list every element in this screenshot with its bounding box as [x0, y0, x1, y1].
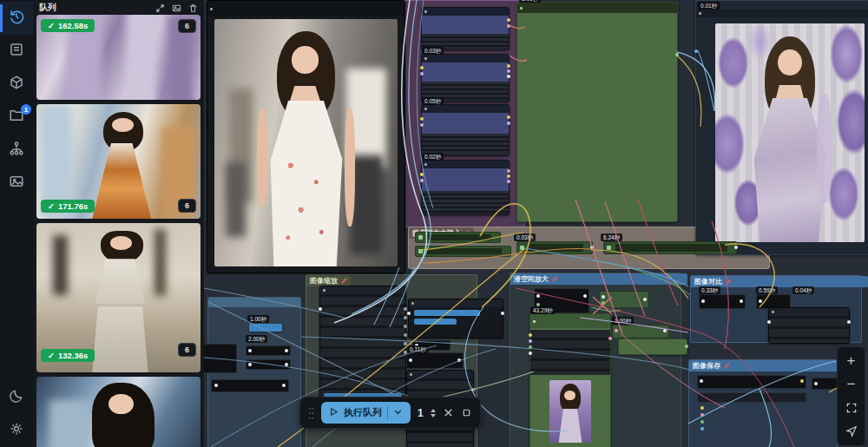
- theme-moon-icon: [9, 388, 24, 407]
- compare-node-1[interactable]: [699, 294, 746, 309]
- settings-gear-icon: [9, 421, 24, 440]
- queue-panel: 队列 ✓ 162.58s 6: [33, 0, 204, 447]
- conditioning-node-1[interactable]: [421, 7, 510, 50]
- node-time-tag: 0.02秒: [422, 153, 444, 161]
- preview-node-wisteria[interactable]: 0.01秒: [695, 0, 868, 255]
- fit-view-button[interactable]: [841, 398, 862, 418]
- batch-count-value[interactable]: 1: [418, 407, 424, 419]
- check-icon: ✓: [48, 351, 55, 360]
- node-graph-canvas[interactable]: 提示词文本输入 图像缩放 潜空间放大 图像对比 图像保存: [204, 0, 868, 447]
- group-blue-bottom-right[interactable]: 图像保存: [688, 359, 838, 447]
- queue-batch-badge: 6: [178, 19, 196, 33]
- gallery-icon: [9, 174, 24, 193]
- queue-duration-badge: ✓ 132.36s: [41, 349, 95, 362]
- small-node-edge[interactable]: [204, 344, 237, 373]
- queue-batch-badge: 6: [178, 343, 196, 357]
- stepper-down-icon[interactable]: [431, 414, 436, 417]
- toolbar-drag-handle[interactable]: [308, 406, 314, 420]
- save-node-3[interactable]: [697, 392, 806, 403]
- scale-node[interactable]: [612, 325, 669, 339]
- edit-pencil-icon[interactable]: [723, 363, 730, 370]
- ksampler-preview-thumb: [549, 380, 591, 443]
- sidebar-item-gallery[interactable]: [0, 167, 33, 200]
- node-time-tag: 2.00秒: [246, 335, 267, 343]
- edit-pencil-icon[interactable]: [551, 276, 558, 283]
- queue-title: 队列: [39, 2, 148, 14]
- prompt-text-node-2[interactable]: [415, 246, 511, 257]
- sidebar-item-workflows[interactable]: 1: [0, 101, 33, 134]
- queue-batch-badge: 6: [178, 199, 196, 213]
- cancel-run-icon[interactable]: [443, 407, 454, 418]
- check-icon: ✓: [48, 201, 55, 211]
- sidebar-item-node-map[interactable]: [0, 134, 33, 167]
- node-time-tag: 6.24秒: [601, 233, 622, 241]
- ksampler-node[interactable]: 43.29秒: [529, 313, 611, 447]
- sidebar-spacer: [0, 200, 33, 381]
- upscale-node[interactable]: [408, 299, 503, 339]
- button-divider: [387, 406, 388, 419]
- combo-widget-blue[interactable]: [249, 324, 282, 332]
- queue-duration-badge: ✓ 162.58s: [41, 19, 95, 32]
- stop-icon[interactable]: [461, 407, 472, 418]
- preview-node-header[interactable]: [207, 1, 404, 16]
- zoom-out-button[interactable]: −: [841, 374, 862, 395]
- sidebar-item-queue-history[interactable]: [0, 2, 33, 35]
- small-node-2[interactable]: [246, 359, 291, 370]
- conditioning-node-4[interactable]: 0.02秒: [421, 160, 510, 215]
- node-time-tag: 0.01秒: [698, 2, 720, 10]
- batch-count-stepper[interactable]: [431, 409, 436, 417]
- prompt-text-node-3[interactable]: 0.03秒: [516, 241, 593, 254]
- pan-mode-button[interactable]: [841, 421, 862, 442]
- trash-icon[interactable]: [188, 3, 198, 13]
- queue-header: 队列: [33, 0, 204, 15]
- node-time-tag: 0.03秒: [422, 47, 444, 55]
- queue-item-4[interactable]: [36, 377, 201, 447]
- sidebar-item-settings[interactable]: [0, 414, 33, 447]
- history-icon: [9, 9, 24, 28]
- chevron-down-icon[interactable]: [393, 407, 403, 418]
- run-queue-button[interactable]: 执行队列: [321, 402, 411, 424]
- conditioning-node-3[interactable]: 0.05秒: [421, 104, 510, 156]
- group-blue-br-title[interactable]: 图像保存: [689, 360, 844, 371]
- zoom-in-button[interactable]: +: [841, 351, 862, 371]
- save-node-1[interactable]: [697, 375, 806, 389]
- queue-item-1[interactable]: ✓ 162.58s 6: [36, 15, 201, 100]
- node-time-tag: 0.59秒: [756, 286, 778, 294]
- expand-icon[interactable]: [155, 3, 165, 13]
- green-wide-node[interactable]: [618, 339, 687, 355]
- widget-bar-2[interactable]: [414, 319, 457, 325]
- run-queue-label: 执行队列: [344, 406, 382, 419]
- compare-node-3[interactable]: [768, 307, 850, 344]
- widget-bar-1[interactable]: [414, 310, 480, 316]
- prompt-text-node-1[interactable]: [415, 232, 501, 243]
- list-node-large[interactable]: [319, 286, 406, 404]
- edit-pencil-icon[interactable]: [340, 278, 347, 285]
- conditioning-node-2[interactable]: 0.03秒: [421, 54, 510, 102]
- queue-item-2[interactable]: ✓ 171.76s 6: [36, 104, 201, 219]
- small-node-4[interactable]: 0.11秒: [406, 352, 464, 369]
- small-node-1[interactable]: [246, 345, 291, 356]
- sidebar-item-node-library[interactable]: [0, 35, 33, 68]
- node-library-icon: [9, 42, 24, 61]
- stepper-up-icon[interactable]: [431, 409, 436, 412]
- sidebar-item-theme-toggle[interactable]: [0, 381, 33, 414]
- node-time-tag: 0.03秒: [514, 233, 536, 241]
- node-time-tag: 0.33秒: [699, 286, 720, 294]
- node-time-tag: 1.00秒: [612, 317, 634, 325]
- queue-gallery-icon[interactable]: [172, 3, 181, 13]
- queue-list: ✓ 162.58s 6 ✓ 171.76s 6: [33, 15, 204, 447]
- save-node-2[interactable]: [812, 378, 838, 390]
- note-node-green[interactable]: 6.00秒: [516, 2, 678, 222]
- small-node-wide[interactable]: [211, 379, 289, 392]
- preview-image-wisteria: [715, 23, 865, 242]
- sidebar-item-model-library[interactable]: [0, 68, 33, 101]
- group-blue-center-title[interactable]: 潜空间放大: [510, 273, 687, 285]
- preview-node-street[interactable]: [207, 0, 405, 273]
- edit-pencil-icon[interactable]: [725, 279, 732, 286]
- group-teal-titlebar[interactable]: [208, 298, 300, 307]
- queue-item-3[interactable]: ✓ 132.36s 6: [36, 223, 201, 372]
- model-library-cube-icon: [9, 75, 24, 94]
- vae-node[interactable]: [599, 291, 649, 308]
- prompt-text-node-4[interactable]: 6.24秒: [603, 241, 737, 254]
- node-time-tag: 0.04秒: [792, 286, 814, 294]
